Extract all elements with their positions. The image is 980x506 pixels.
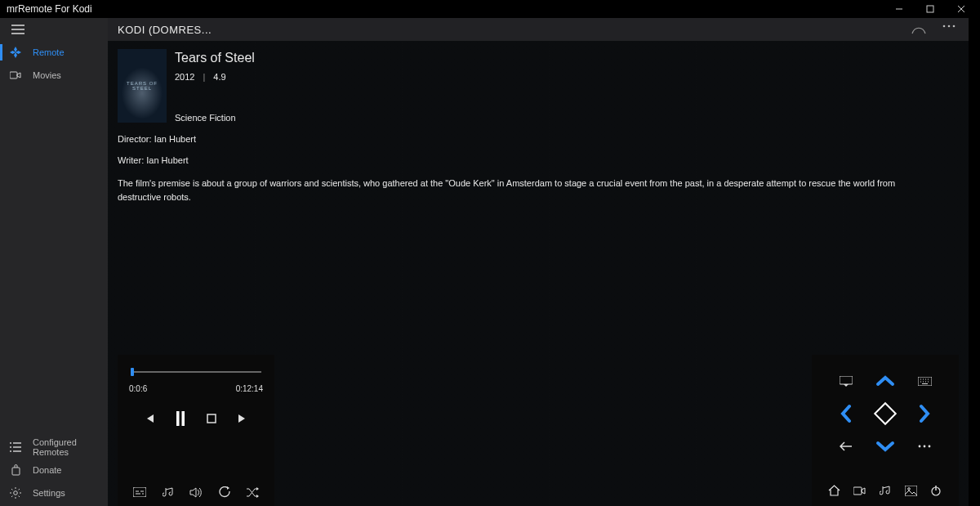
- movie-genre: Science Fiction: [175, 113, 255, 123]
- movie-plot: The film's premise is about a group of w…: [118, 177, 918, 204]
- sidebar-item-label: Settings: [33, 488, 65, 498]
- elapsed-time: 0:0:6: [129, 384, 147, 393]
- sidebar-item-label: Donate: [33, 465, 61, 475]
- sidebar-item-label: Movies: [33, 70, 61, 80]
- video-icon[interactable]: [853, 483, 867, 498]
- svg-point-15: [929, 446, 931, 448]
- svg-point-13: [919, 446, 921, 448]
- total-time: 0:12:14: [236, 384, 263, 393]
- more-icon[interactable]: [942, 25, 956, 34]
- volume-icon[interactable]: [189, 485, 203, 499]
- dpad-up[interactable]: [875, 374, 895, 387]
- camera-icon: [10, 71, 21, 79]
- remote-icon: [10, 47, 21, 58]
- power-icon[interactable]: [929, 483, 943, 498]
- pause-button[interactable]: [173, 411, 188, 426]
- sidebar: Remote Movies Configured Remotes Dona: [0, 18, 108, 506]
- svg-rect-7: [176, 411, 180, 426]
- stop-button[interactable]: [204, 411, 219, 426]
- visibility-icon[interactable]: [911, 25, 926, 34]
- sidebar-item-settings[interactable]: Settings: [0, 481, 108, 504]
- sidebar-item-remote[interactable]: Remote: [0, 41, 108, 64]
- music-icon[interactable]: [878, 483, 893, 498]
- movie-meta: 2012 | 4.9: [175, 72, 255, 82]
- window-titlebar: mrRemote For Kodi: [0, 0, 980, 18]
- playback-panel: 0:0:6 0:12:14: [118, 355, 274, 506]
- svg-rect-12: [918, 377, 932, 386]
- movie-year: 2012: [175, 72, 194, 82]
- pictures-icon[interactable]: [903, 483, 918, 498]
- window-title: mrRemote For Kodi: [7, 3, 92, 15]
- dpad-panel: [812, 355, 959, 506]
- svg-rect-17: [905, 486, 917, 496]
- sidebar-item-configured-remotes[interactable]: Configured Remotes: [0, 436, 108, 459]
- svg-point-18: [907, 487, 910, 490]
- sidebar-item-label: Configured Remotes: [33, 437, 98, 457]
- sidebar-item-label: Remote: [33, 47, 65, 57]
- donate-icon: [10, 464, 21, 476]
- dpad-right[interactable]: [918, 404, 931, 423]
- header-title: KODI (DOMRES...: [118, 24, 212, 36]
- right-edge: [969, 18, 980, 506]
- window-minimize-button[interactable]: [884, 0, 915, 18]
- more-actions-icon[interactable]: [918, 445, 931, 448]
- dpad-ok[interactable]: [877, 405, 893, 422]
- shuffle-icon[interactable]: [245, 485, 260, 499]
- progress-bar[interactable]: [126, 369, 266, 374]
- main-area: KODI (DOMRES... TEARS OF STEEL Tears of …: [108, 18, 969, 506]
- svg-rect-11: [840, 376, 853, 384]
- list-icon: [10, 442, 21, 452]
- home-icon[interactable]: [827, 483, 842, 498]
- movie-writer: Writer: Ian Hubert: [118, 155, 956, 165]
- subtitles-icon[interactable]: [132, 485, 147, 499]
- progress-thumb[interactable]: [131, 368, 134, 376]
- svg-rect-0: [927, 6, 933, 12]
- movie-director: Director: Ian Hubert: [118, 134, 956, 144]
- svg-rect-8: [182, 411, 185, 426]
- previous-button[interactable]: [142, 411, 157, 426]
- svg-point-6: [953, 25, 956, 28]
- svg-rect-10: [133, 487, 146, 497]
- svg-point-3: [14, 491, 18, 495]
- svg-rect-9: [207, 414, 216, 423]
- svg-point-4: [943, 25, 946, 28]
- movie-poster: TEARS OF STEEL: [118, 49, 167, 123]
- context-menu-icon[interactable]: [840, 376, 853, 387]
- dpad-down[interactable]: [875, 440, 895, 453]
- hamburger-button[interactable]: [0, 18, 108, 41]
- dpad-left[interactable]: [840, 404, 853, 423]
- repeat-icon[interactable]: [216, 485, 231, 499]
- svg-point-14: [924, 446, 926, 448]
- window-close-button[interactable]: [946, 0, 977, 18]
- svg-rect-2: [12, 468, 20, 475]
- window-maximize-button[interactable]: [915, 0, 946, 18]
- app-header: KODI (DOMRES...: [108, 18, 969, 41]
- svg-point-5: [948, 25, 951, 28]
- movie-title: Tears of Steel: [175, 51, 255, 65]
- meta-separator: |: [203, 72, 205, 82]
- back-button[interactable]: [840, 441, 853, 451]
- svg-rect-16: [853, 487, 862, 495]
- svg-rect-1: [10, 72, 17, 78]
- movie-rating: 4.9: [213, 72, 225, 82]
- audio-track-icon[interactable]: [161, 485, 176, 499]
- sidebar-item-donate[interactable]: Donate: [0, 459, 108, 481]
- next-button[interactable]: [235, 411, 250, 426]
- keyboard-icon[interactable]: [918, 377, 932, 386]
- gear-icon: [10, 487, 21, 499]
- sidebar-item-movies[interactable]: Movies: [0, 64, 108, 87]
